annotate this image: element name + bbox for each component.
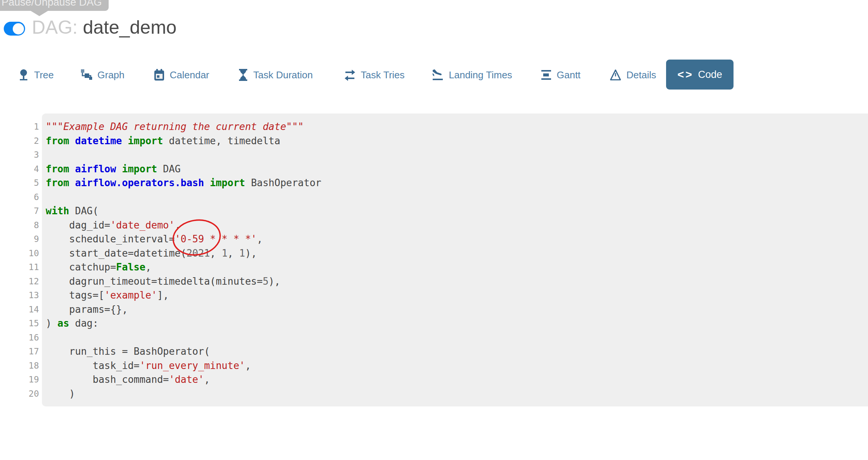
tab-task-tries[interactable]: Task Tries [344,66,405,84]
line-number: 17 [7,345,39,359]
dag-name: date_demo [83,17,176,38]
code-token: """Example DAG returning the current dat… [46,121,304,132]
line-number: 15 [7,317,39,331]
calendar-icon [154,69,165,81]
gantt-bars-icon [541,69,552,81]
code-token: '0-59 * * * *' [175,233,257,245]
line-number: 19 [7,373,39,387]
page-title: DAG: date_demo [32,16,176,38]
code-token: False [116,261,145,273]
code-line: task_id='run_every_minute', [46,359,861,373]
line-number: 12 [7,275,39,289]
code-token: from [46,177,69,188]
tab-details[interactable]: Details [610,66,656,84]
code-line: start_date=datetime(2021, 1, 1), [46,246,861,261]
code-token: , [175,220,181,231]
code-line: tags=['example'], [46,288,861,303]
repeat-icon [344,69,356,81]
code-token: dag: [69,318,99,329]
code-line: dagrun_timeout=timedelta(minutes=5), [46,275,861,289]
line-number: 8 [7,218,39,233]
tab-label: Task Tries [361,69,405,81]
line-number: 7 [7,204,39,218]
code-token: , [257,233,263,245]
line-number: 13 [7,288,39,303]
line-number: 20 [7,387,39,401]
code-brackets-icon: <> [677,69,693,80]
code-line: params={}, [46,303,861,317]
code-token: , [145,261,151,273]
tab-code[interactable]: <> Code [666,60,734,90]
code-token: import [128,135,163,146]
tab-graph[interactable]: Graph [81,66,124,84]
code-line: from airflow import DAG [46,162,861,176]
code-line: with DAG( [46,204,861,218]
code-token: datetime, timedelta [163,135,280,146]
tab-gantt[interactable]: Gantt [541,66,581,84]
code-token: 'run_every_minute' [139,360,245,371]
code-token: from [46,135,69,146]
code-line: ) [46,387,861,401]
code-token: airflow [75,163,116,175]
code-line: from airflow.operators.bash import BashO… [46,176,861,190]
toggle-knob [13,23,24,34]
code-token: 'date_demo' [110,220,175,231]
tab-label: Calendar [170,69,209,81]
tab-task-duration[interactable]: Task Duration [238,66,313,84]
code-line: """Example DAG returning the current dat… [46,120,861,134]
line-number: 2 [7,134,39,148]
code-token [69,163,75,175]
code-token: airflow.operators.bash [75,177,204,188]
code-token: datetime [75,135,122,146]
tab-label: Details [626,69,656,81]
code-token: 'example' [105,290,157,301]
tab-label: Code [698,69,722,81]
code-token: 'date' [169,374,204,385]
code-token: params={}, [46,304,128,315]
dag-pause-toggle[interactable] [4,22,25,36]
code-token: , [245,360,251,371]
code-line: ) as dag: [46,317,861,331]
tab-landing-times[interactable]: Landing Times [432,66,512,84]
line-number: 10 [7,246,39,261]
line-number: 3 [7,148,39,162]
code-line: from datetime import datetime, timedelta [46,134,861,148]
code-token: tags=[ [46,290,105,301]
code-token: DAG [157,163,181,175]
code-token: schedule_interval= [46,233,175,245]
code-gutter: 1234567891011121314151617181920 [7,120,39,401]
line-number: 14 [7,303,39,317]
code-token: import [210,177,245,188]
hourglass-icon [238,69,248,81]
code-token: start_date=datetime( [46,248,187,259]
code-line: run_this = BashOperator( [46,345,861,359]
code-token: bash_command= [46,374,169,385]
code-token: task_id= [46,360,139,371]
tab-label: Gantt [557,69,581,81]
code-token: run_this = BashOperator( [46,346,210,357]
code-token: dag_id= [46,220,110,231]
code-token: import [122,163,157,175]
code-token [122,135,128,146]
line-number: 16 [7,331,39,345]
code-token: ) [46,318,57,329]
code-line: dag_id='date_demo', [46,218,861,233]
code-line [46,148,861,162]
tab-calendar[interactable]: Calendar [154,66,209,84]
tab-label: Landing Times [449,69,512,81]
code-token: catchup= [46,261,116,273]
code-token [204,177,210,188]
tooltip-arrow [31,11,48,16]
code-token [69,177,75,188]
code-token: 2021 [187,248,210,259]
code-token: DAG( [69,205,99,217]
code-line: bash_command='date', [46,373,861,387]
tab-label: Task Duration [253,69,313,81]
code-line: catchup=False, [46,260,861,275]
code-token [69,135,75,146]
code-line [46,331,861,345]
line-number: 1 [7,120,39,134]
line-number: 18 [7,359,39,373]
tab-tree[interactable]: Tree [18,66,54,84]
triangle-icon [610,69,621,81]
